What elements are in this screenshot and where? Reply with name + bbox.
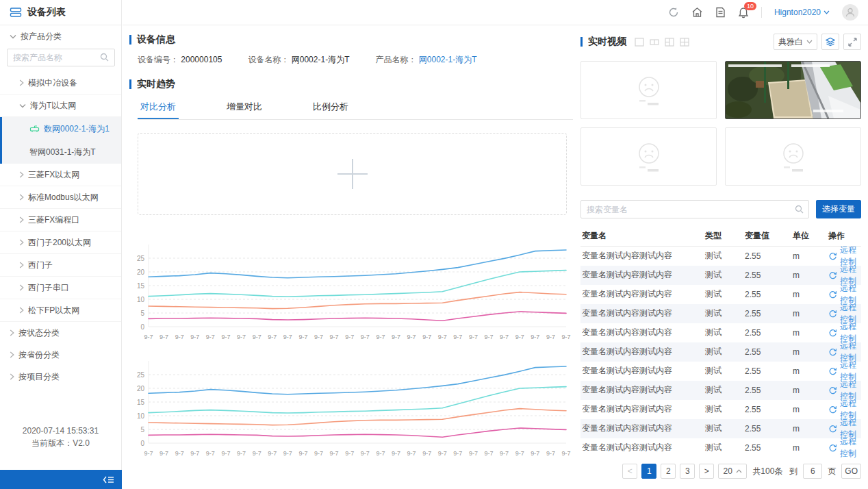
sidebar-tree-item[interactable]: 松下FP以太网 (0, 299, 121, 322)
pagination-page[interactable]: 3 (680, 464, 695, 479)
sidebar-tree-item[interactable]: 三菱FX编程口 (0, 209, 121, 231)
sidebar-category[interactable]: 按状态分类 (0, 322, 121, 344)
remote-control-link[interactable]: 远程控制 (828, 362, 860, 381)
remote-control-link[interactable]: 远程控制 (828, 247, 860, 266)
table-row: 变量名测试内容测试内容测试2.55m远程控制 (580, 362, 861, 381)
svg-text:9-7: 9-7 (190, 334, 199, 340)
device-info-row: 设备编号： 200000105 设备名称： 网0002-1-海为T 产品名称： … (138, 54, 477, 66)
cell-unit: m (791, 246, 827, 266)
video-cell-empty[interactable] (580, 61, 717, 119)
pagination-next-button[interactable]: > (699, 464, 714, 479)
cell-type: 测试 (704, 323, 743, 342)
username-label: Hignton2020 (774, 8, 821, 17)
pagination-page[interactable]: 2 (661, 464, 676, 479)
sidebar-device-item[interactable]: 智网0031-1-海为T (2, 140, 121, 164)
remote-control-link[interactable]: 远程控制 (828, 419, 860, 438)
chevron-right-icon (19, 216, 24, 223)
product-name-link[interactable]: 网0002-1-海为T (419, 55, 477, 64)
cell-variable-name: 变量名测试内容测试内容 (580, 400, 704, 419)
avatar[interactable] (842, 4, 858, 21)
remote-control-link[interactable]: 远程控制 (828, 323, 860, 342)
svg-text:9-7: 9-7 (330, 334, 339, 340)
svg-text:9-7: 9-7 (314, 450, 323, 457)
sidebar-tree: 模拟中冶设备海为T以太网数网0002-1-海为1智网0031-1-海为T三菱FX… (0, 72, 121, 322)
main-content: 设备信息 设备编号： 200000105 设备名称： 网0002-1-海为T 产… (123, 25, 573, 489)
svg-text:9-7: 9-7 (500, 334, 509, 340)
svg-text:9-7: 9-7 (485, 334, 494, 340)
chevron-down-icon (10, 34, 16, 39)
remote-control-link[interactable]: 远程控制 (828, 342, 860, 362)
svg-text:9-7: 9-7 (298, 450, 307, 457)
expand-icon[interactable] (843, 34, 861, 50)
trend-tab[interactable]: 对比分析 (138, 94, 179, 119)
remote-control-link[interactable]: 远程控制 (828, 266, 860, 285)
layout-2-icon[interactable] (650, 38, 659, 47)
svg-text:9-7: 9-7 (268, 450, 277, 457)
trend-chart-1: 05101520259-79-79-79-79-79-79-79-79-79-7… (128, 239, 573, 347)
theme-select[interactable]: 典雅白 (774, 34, 817, 50)
username-menu[interactable]: Hignton2020 (774, 8, 830, 17)
video-cell-live[interactable] (725, 61, 861, 119)
collapse-sidebar-icon (103, 475, 115, 484)
layout-3-icon[interactable] (665, 38, 674, 47)
add-chart-box[interactable] (138, 133, 567, 215)
chevron-right-icon (19, 171, 24, 178)
trend-tab[interactable]: 增量对比 (224, 94, 265, 119)
remote-control-link[interactable]: 远程控制 (828, 400, 860, 419)
remote-control-icon (828, 271, 837, 279)
video-cell-empty[interactable] (725, 127, 861, 186)
video-cell-empty[interactable] (580, 127, 717, 186)
document-icon[interactable] (715, 7, 726, 18)
sidebar-tree-item[interactable]: 模拟中冶设备 (0, 72, 121, 95)
cell-variable-name: 变量名测试内容测试内容 (580, 362, 704, 381)
sidebar-version: 当前版本：V2.0 (0, 437, 121, 449)
home-icon[interactable] (691, 7, 703, 18)
svg-text:9-7: 9-7 (206, 334, 215, 340)
sidebar-tree-item[interactable]: 西门子串口 (0, 277, 121, 299)
svg-text:9-7: 9-7 (268, 334, 277, 340)
bell-icon[interactable]: 10 (738, 7, 749, 18)
svg-text:9-7: 9-7 (221, 450, 230, 457)
video-grid (580, 61, 861, 186)
sidebar-device-item-selected[interactable]: 数网0002-1-海为1 (2, 117, 121, 140)
cell-type: 测试 (704, 362, 743, 381)
pagination-go-button[interactable]: GO (841, 464, 861, 479)
sidebar-tree-item[interactable]: 西门子200以太网 (0, 231, 121, 254)
remote-control-link[interactable]: 远程控制 (828, 438, 860, 457)
cell-unit: m (791, 400, 827, 419)
sidebar-category-product[interactable]: 按产品分类 (0, 25, 121, 47)
remote-control-link[interactable]: 远程控制 (828, 304, 860, 323)
sidebar-collapse-bar[interactable] (0, 470, 122, 489)
sidebar-tree-item[interactable]: 西门子 (0, 254, 121, 277)
cell-variable-name: 变量名测试内容测试内容 (580, 419, 704, 438)
remote-control-link[interactable]: 远程控制 (828, 285, 860, 304)
remote-control-link[interactable]: 远程控制 (828, 381, 860, 400)
svg-text:9-7: 9-7 (469, 450, 478, 457)
variable-search-input[interactable] (580, 200, 809, 218)
product-search-input[interactable] (7, 49, 115, 66)
sidebar-category[interactable]: 按省份分类 (0, 344, 121, 366)
pagination-prev-button[interactable]: < (622, 464, 637, 479)
layout-1-icon[interactable] (635, 38, 644, 47)
svg-text:9-7: 9-7 (237, 450, 246, 457)
refresh-icon[interactable] (668, 7, 679, 18)
pagination-jump-input[interactable]: 6 (803, 464, 822, 479)
pagination-page-current[interactable]: 1 (641, 464, 656, 479)
trend-tab[interactable]: 比例分析 (310, 94, 351, 119)
sidebar-tree-item[interactable]: 三菱FX以太网 (0, 164, 121, 186)
select-variable-button[interactable]: 选择变量 (816, 200, 861, 218)
pagination: <123>20共100条到6页GO (622, 464, 861, 479)
cell-value: 2.55 (743, 246, 791, 266)
layout-4-icon[interactable] (680, 38, 689, 47)
svg-text:9-7: 9-7 (314, 334, 323, 340)
sidebar-tree-item[interactable]: 标准Modbus以太网 (0, 186, 121, 209)
svg-text:9-7: 9-7 (500, 450, 509, 457)
svg-text:9-7: 9-7 (438, 450, 447, 457)
sidebar-category[interactable]: 按项目分类 (0, 366, 121, 388)
page-size-select[interactable]: 20 (718, 464, 747, 479)
layers-button[interactable] (821, 34, 839, 50)
svg-text:9-7: 9-7 (253, 450, 261, 457)
cell-unit: m (791, 304, 827, 323)
sidebar-tree-item[interactable]: 海为T以太网 (0, 95, 121, 117)
section-marker (129, 79, 131, 89)
